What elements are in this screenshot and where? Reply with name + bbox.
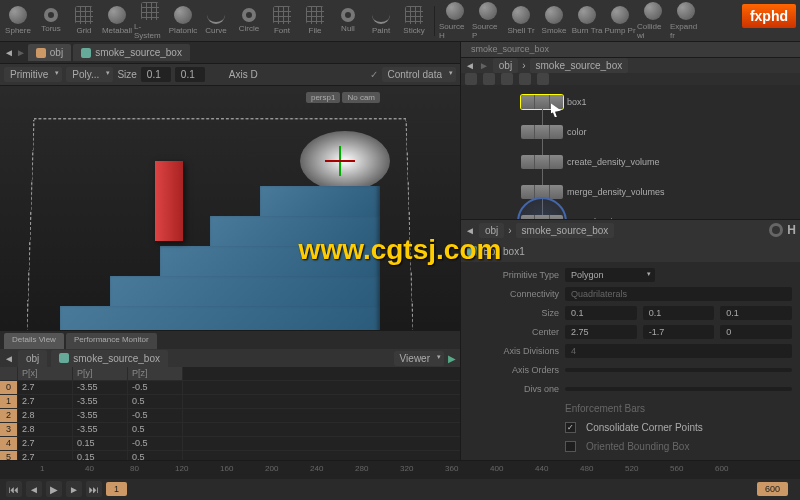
fwd-icon[interactable]: ► [479,60,489,71]
network-view[interactable]: box1colorcreate_density_volumemerge_dens… [461,85,800,219]
oriented-checkbox[interactable] [565,441,576,452]
tool-btn-1[interactable] [465,73,477,85]
table-cell[interactable]: 2 [0,409,18,422]
viewport-tab[interactable]: obj [28,44,71,61]
size-y[interactable]: 0.1 [643,306,715,320]
size-field-1[interactable]: 0.1 [141,67,171,82]
center-y[interactable]: -1.7 [643,325,715,339]
table-cell[interactable]: 2.8 [18,409,73,422]
tool-btn-4[interactable] [519,73,531,85]
divs-one-field[interactable] [565,387,792,391]
timeline-track[interactable]: 1408012016020024028032036040044048052056… [0,461,800,479]
tool-btn-3[interactable] [501,73,513,85]
tool-grid[interactable]: Grid [68,2,100,40]
back-icon[interactable]: ◄ [4,353,14,364]
prev-frame-icon[interactable]: ◄ [26,481,42,497]
table-cell[interactable]: -3.55 [73,409,128,422]
table-cell[interactable]: 2.7 [18,437,73,450]
tool-circle[interactable]: Circle [233,2,265,40]
table-cell[interactable]: 0.15 [73,451,128,460]
bc-name[interactable]: smoke_source_box [530,58,629,73]
param-bc-obj[interactable]: obj [479,223,504,238]
spreadsheet-table[interactable]: P[x]P[y]P[z] 02.7-3.55-0.512.7-3.550.522… [0,367,460,460]
3d-viewport[interactable]: persp1 No cam [0,86,460,330]
table-cell[interactable]: -0.5 [128,381,183,394]
transform-gizmo[interactable] [325,146,355,176]
play-icon[interactable]: ▶ [46,481,62,497]
size-field-2[interactable]: 0.1 [175,67,205,82]
back-icon[interactable]: ◄ [4,47,14,58]
table-cell[interactable]: 5 [0,451,18,460]
help-icon[interactable]: H [787,223,796,237]
first-frame-icon[interactable]: ⏮ [6,481,22,497]
tool-curve[interactable]: Curve [200,2,232,40]
table-row[interactable]: 12.7-3.550.5 [0,395,460,409]
control-dropdown[interactable]: Control data [382,67,456,82]
axis-div-field[interactable]: 4 [565,344,792,358]
node-box[interactable] [521,155,563,169]
table-row[interactable]: 42.70.15-0.5 [0,437,460,451]
table-cell[interactable]: 2.7 [18,451,73,460]
table-row[interactable]: 02.7-3.55-0.5 [0,381,460,395]
spread-name-tab[interactable]: smoke_source_box [51,350,168,367]
table-cell[interactable]: -3.55 [73,381,128,394]
node-OUT_density[interactable]: OUT_density [521,215,620,219]
param-bc-name[interactable]: smoke_source_box [516,223,615,238]
primitive-dropdown[interactable]: Primitive [4,67,62,82]
tool-burntra[interactable]: Burn Tra [571,2,603,40]
fwd-icon[interactable]: ► [16,47,26,58]
table-cell[interactable]: 2.8 [18,423,73,436]
table-cell[interactable]: -0.5 [128,437,183,450]
column-header[interactable] [0,367,18,380]
tool-btn-2[interactable] [483,73,495,85]
smoke-source-box[interactable] [155,161,183,241]
table-cell[interactable]: 2.7 [18,395,73,408]
tool-expandfr[interactable]: Expand fr [670,2,702,40]
node-box[interactable] [521,125,563,139]
performance-tab[interactable]: Performance Monitor [66,333,157,349]
tool-l-system[interactable]: L-System [134,2,166,40]
table-cell[interactable]: 2.7 [18,381,73,394]
tool-collidewi[interactable]: Collide wi [637,2,669,40]
table-row[interactable]: 52.70.150.5 [0,451,460,460]
table-row[interactable]: 32.8-3.550.5 [0,423,460,437]
node-color[interactable]: color [521,125,587,139]
table-cell[interactable]: 0.5 [128,451,183,460]
size-z[interactable]: 0.1 [720,306,792,320]
play-icon[interactable]: ▶ [448,353,456,364]
node-box[interactable] [521,215,563,219]
consolidate-checkbox[interactable] [565,422,576,433]
back-icon[interactable]: ◄ [465,225,475,236]
tool-platonic[interactable]: Platonic [167,2,199,40]
tool-sourceh[interactable]: Source H [439,2,471,40]
column-header[interactable]: P[x] [18,367,73,380]
viewer-dropdown[interactable]: Viewer [394,351,444,366]
end-frame-field[interactable]: 600 [757,482,788,496]
table-cell[interactable]: 4 [0,437,18,450]
size-x[interactable]: 0.1 [565,306,637,320]
table-cell[interactable]: 0.5 [128,395,183,408]
tool-pumppr[interactable]: Pump Pr [604,2,636,40]
node-create_density_volume[interactable]: create_density_volume [521,155,660,169]
table-cell[interactable]: 3 [0,423,18,436]
column-header[interactable]: P[z] [128,367,183,380]
back-icon[interactable]: ◄ [465,60,475,71]
tool-sticky[interactable]: Sticky [398,2,430,40]
column-header[interactable]: P[y] [73,367,128,380]
gear-icon[interactable] [769,223,783,237]
tool-shelltr[interactable]: Shell Tr [505,2,537,40]
table-cell[interactable]: -0.5 [128,409,183,422]
center-z[interactable]: 0 [720,325,792,339]
tool-smoke[interactable]: Smoke [538,2,570,40]
prim-type-dropdown[interactable]: Polygon [565,268,655,282]
table-cell[interactable]: 0.5 [128,423,183,436]
last-frame-icon[interactable]: ⏭ [86,481,102,497]
table-cell[interactable]: 1 [0,395,18,408]
table-cell[interactable]: 0.15 [73,437,128,450]
start-frame-field[interactable]: 1 [106,482,127,496]
bc-obj[interactable]: obj [493,58,518,73]
tool-font[interactable]: Font [266,2,298,40]
viewport-path-tab[interactable]: smoke_source_box [73,44,190,61]
next-frame-icon[interactable]: ► [66,481,82,497]
poly-dropdown[interactable]: Poly... [66,67,113,82]
